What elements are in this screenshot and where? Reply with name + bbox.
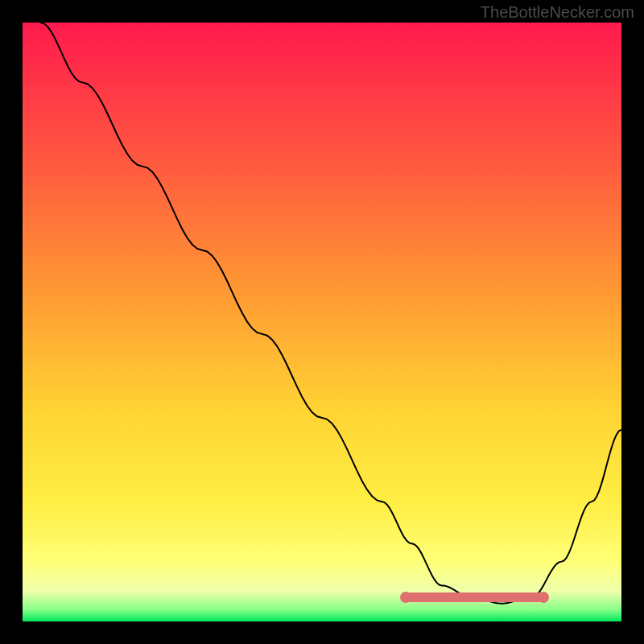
- optimal-range-marker: [406, 592, 543, 602]
- chart-plot-area: [23, 23, 621, 621]
- watermark-text: TheBottleNecker.com: [481, 3, 634, 22]
- bottleneck-curve: [23, 23, 621, 621]
